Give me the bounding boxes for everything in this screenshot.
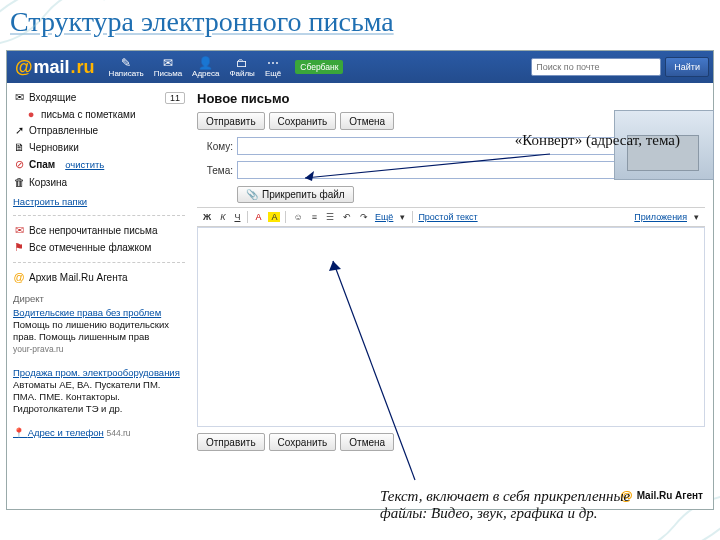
tb-align-icon[interactable]: ≡ [310,212,319,222]
tb-sep3 [412,211,413,223]
closed-envelope-icon: ✉ [13,224,25,237]
spam-icon: ⊘ [13,158,25,171]
envelope-icon: ✉ [154,57,182,69]
sent-icon: ➚ [13,124,25,137]
settings-folders-link[interactable]: Настроить папки [13,194,185,209]
send-button[interactable]: Отправить [197,112,265,130]
ad1-text: Помощь по лишению водительских прав. Пом… [13,319,185,343]
drafts-icon: 🗎 [13,141,25,153]
search-button[interactable]: Найти [665,57,709,77]
tb-fontcolor[interactable]: А [253,212,263,222]
tb-underline[interactable]: Ч [232,212,242,222]
compose-title: Новое письмо [197,89,705,112]
agent-archive[interactable]: @ Архив Mail.Ru Агента [13,269,185,285]
tb-more-link[interactable]: Ещё [375,212,393,222]
search-input[interactable] [531,58,661,76]
nav-more[interactable]: ⋯Ещё [261,55,285,80]
tb-undo-icon[interactable]: ↶ [341,212,353,222]
person-icon: 👤 [192,57,219,69]
agent-archive-label: Архив Mail.Ru Агента [29,272,128,283]
nav-more-label: Ещё [265,69,281,78]
ad2-text: Автоматы АЕ, ВА. Пускатели ПМ. ПМА. ПМЕ.… [13,379,185,415]
search-wrap: Найти [349,57,709,77]
cancel-button-bottom[interactable]: Отмена [340,433,394,451]
tb-redo-icon[interactable]: ↷ [358,212,370,222]
direct-label: Директ [13,289,185,307]
agent-icon: @ [13,271,25,283]
folder-sent-label: Отправленные [29,125,98,136]
to-label: Кому: [197,141,233,152]
tb-chevron-down-icon[interactable]: ▾ [398,212,407,222]
tb-italic[interactable]: К [218,212,227,222]
ad2-title[interactable]: Продажа пром. электрооборудования [13,367,180,378]
send-button-bottom[interactable]: Отправить [197,433,265,451]
folder-inbox[interactable]: ✉ Входящие 11 [13,89,185,106]
nav-compose[interactable]: ✎Написать [105,55,148,80]
pencil-icon: ✎ [109,57,144,69]
all-flagged[interactable]: ⚑ Все отмеченные флажком [13,239,185,256]
folder-inbox-label: Входящие [29,92,76,103]
sidebar-divider-2 [13,262,185,263]
nav-letters-label: Письма [154,69,182,78]
dots-icon: ⋯ [265,57,281,69]
spam-clear-link[interactable]: очистить [65,157,104,172]
folder-spam-label: Спам [29,159,55,170]
ad3-link[interactable]: 📍 Адрес и телефон [13,427,104,438]
tb-bold[interactable]: Ж [201,212,213,222]
cancel-button[interactable]: Отмена [340,112,394,130]
nav-letters[interactable]: ✉Письма [150,55,186,80]
mailru-logo[interactable]: @ mail . ru [11,57,99,78]
flag-icon: ⚑ [13,241,25,254]
tag-icon: ● [25,108,37,120]
folder-icon: 🗀 [229,57,254,69]
folder-trash[interactable]: 🗑 Корзина [13,174,185,190]
logo-ru: ru [77,57,95,78]
attach-file-button[interactable]: 📎 Прикрепить файл [237,186,354,203]
tb-apps-link[interactable]: Приложения [634,212,687,222]
subject-label: Тема: [197,165,233,176]
folder-sent[interactable]: ➚ Отправленные [13,122,185,139]
ad1-domain: your-prava.ru [13,343,185,355]
logo-at: @ [15,57,33,78]
folder-drafts-label: Черновики [29,142,79,153]
tb-sep [247,211,248,223]
sidebar-divider [13,215,185,216]
logo-mail: mail [34,57,70,78]
mail-client-window: @ mail . ru ✎Написать ✉Письма 👤Адреса 🗀Ф… [6,50,714,510]
paperclip-icon: 📎 [246,189,258,200]
ad1-title[interactable]: Водительские права без проблем [13,307,161,318]
inbox-count: 11 [165,92,185,104]
tb-plain-link[interactable]: Простой текст [418,212,477,222]
tb-chevron-down-icon-2[interactable]: ▾ [692,212,701,222]
nav-compose-label: Написать [109,69,144,78]
nav-contacts-label: Адреса [192,69,219,78]
bottom-button-row: Отправить Сохранить Отмена [197,427,705,451]
trash-icon: 🗑 [13,176,25,188]
ad3-link-label: Адрес и телефон [28,427,104,438]
editor-toolbar: Ж К Ч А А ☺ ≡ ☰ ↶ ↷ Ещё ▾ Простой текст … [197,207,705,227]
tb-bgcolor[interactable]: А [268,212,280,222]
all-unread[interactable]: ✉ Все непрочитанные письма [13,222,185,239]
nav-contacts[interactable]: 👤Адреса [188,55,223,80]
topbar: @ mail . ru ✎Написать ✉Письма 👤Адреса 🗀Ф… [7,51,713,83]
save-button-bottom[interactable]: Сохранить [269,433,337,451]
annotation-body: Текст, включает в себя прикрепленные фай… [380,488,650,522]
sidebar: ✉ Входящие 11 ● письма с пометками ➚ Отп… [7,83,189,509]
annotation-envelope: «Конверт» (адресат, тема) [515,132,680,149]
logo-dot: . [71,57,76,78]
direct-ads: Директ Водительские права без проблем По… [13,285,185,439]
folder-drafts[interactable]: 🗎 Черновики [13,139,185,155]
folder-marked-label: письма с пометками [41,109,135,120]
tb-smiley-icon[interactable]: ☺ [291,212,304,222]
all-flagged-label: Все отмеченные флажком [29,242,151,253]
tb-list-icon[interactable]: ☰ [324,212,336,222]
sberbank-banner[interactable]: Сбербанк [295,60,343,74]
ad3-domain: 544.ru [106,428,130,438]
save-button[interactable]: Сохранить [269,112,337,130]
editor-body[interactable] [197,227,705,427]
nav-files[interactable]: 🗀Файлы [225,55,258,80]
folder-spam[interactable]: ⊘ Спам очистить [13,155,185,174]
folder-marked[interactable]: ● письма с пометками [13,106,185,122]
tb-sep2 [285,211,286,223]
inbox-icon: ✉ [13,91,25,104]
